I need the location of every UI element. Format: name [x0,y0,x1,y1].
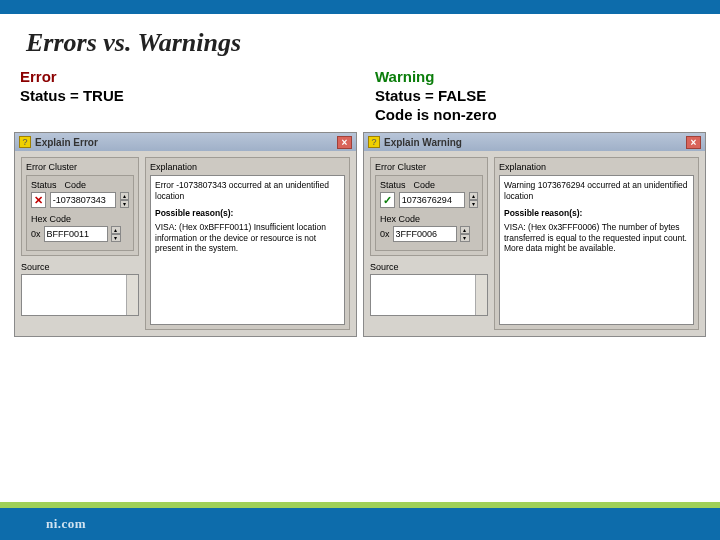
hex-code-label: Hex Code [31,214,129,224]
code-label: Code [414,180,436,190]
hex-prefix: 0x [31,229,41,239]
hex-code-field[interactable] [393,226,457,242]
source-label: Source [21,262,139,272]
status-label: Status [380,180,406,190]
source-textarea[interactable] [21,274,139,316]
possible-reasons-label: Possible reason(s): [504,208,689,219]
warning-heading-block: Warning Status = FALSE Code is non-zero [375,68,700,124]
scrollbar[interactable] [475,275,487,315]
cluster-label: Error Cluster [26,162,134,175]
window-title: Explain Warning [384,137,462,148]
explain-warning-dialog: ? Explain Warning × Error Cluster Status… [363,132,706,337]
status-indicator-error: ✕ [31,192,46,208]
chevron-up-icon[interactable]: ▴ [460,226,470,234]
left-pane: Error Cluster Status Code ✓ ▴ ▾ [370,157,488,330]
cluster-frame: Status Code ✓ ▴ ▾ Hex Code [375,175,483,251]
explanation-body: VISA: (Hex 0x3FFF0006) The number of byt… [504,222,689,254]
explanation-group: Explanation Warning 1073676294 occurred … [494,157,699,330]
error-cluster-group: Error Cluster Status Code ✕ ▴ ▾ [21,157,139,256]
hex-code-label: Hex Code [380,214,478,224]
close-icon[interactable]: × [337,136,352,149]
chevron-down-icon[interactable]: ▾ [469,200,478,208]
warning-heading-code: Code is non-zero [375,106,700,125]
window-icon: ? [19,136,31,148]
explanation-body: VISA: (Hex 0xBFFF0011) Insufficient loca… [155,222,340,254]
warning-heading-status: Status = FALSE [375,87,700,106]
chevron-up-icon[interactable]: ▴ [111,226,121,234]
chevron-down-icon[interactable]: ▾ [460,234,470,242]
dialog-body: Error Cluster Status Code ✕ ▴ ▾ [15,151,356,336]
explanation-label: Explanation [150,162,345,172]
explanation-line1: Warning 1073676294 occurred at an uniden… [504,180,689,201]
code-label: Code [65,180,87,190]
error-heading-block: Error Status = TRUE [20,68,345,124]
hex-code-field[interactable] [44,226,108,242]
error-cluster-group: Error Cluster Status Code ✓ ▴ ▾ [370,157,488,256]
status-label: Status [31,180,57,190]
hex-stepper[interactable]: ▴ ▾ [111,226,121,242]
window-title: Explain Error [35,137,98,148]
window-icon: ? [368,136,380,148]
explanation-group: Explanation Error -1073807343 occurred a… [145,157,350,330]
explanation-textarea[interactable]: Warning 1073676294 occurred at an uniden… [499,175,694,325]
code-field[interactable] [399,192,465,208]
chevron-down-icon[interactable]: ▾ [120,200,129,208]
possible-reasons-label: Possible reason(s): [155,208,340,219]
slide-title: Errors vs. Warnings [0,14,720,68]
ni-logo: ni.com [46,516,86,532]
code-stepper[interactable]: ▴ ▾ [120,192,129,208]
explanation-textarea[interactable]: Error -1073807343 occurred at an unident… [150,175,345,325]
cluster-frame: Status Code ✕ ▴ ▾ Hex Code [26,175,134,251]
dialog-row: ? Explain Error × Error Cluster Status C… [0,124,720,337]
code-stepper[interactable]: ▴ ▾ [469,192,478,208]
hex-stepper[interactable]: ▴ ▾ [460,226,470,242]
dialog-body: Error Cluster Status Code ✓ ▴ ▾ [364,151,705,336]
footer-bar: ni.com [0,502,720,540]
scrollbar[interactable] [126,275,138,315]
left-pane: Error Cluster Status Code ✕ ▴ ▾ [21,157,139,330]
heading-columns: Error Status = TRUE Warning Status = FAL… [0,68,720,124]
cluster-label: Error Cluster [375,162,483,175]
explanation-line1: Error -1073807343 occurred at an unident… [155,180,340,201]
source-textarea[interactable] [370,274,488,316]
close-icon[interactable]: × [686,136,701,149]
status-indicator-ok: ✓ [380,192,395,208]
chevron-down-icon[interactable]: ▾ [111,234,121,242]
chevron-up-icon[interactable]: ▴ [120,192,129,200]
titlebar[interactable]: ? Explain Error × [15,133,356,151]
top-accent-bar [0,0,720,14]
source-label: Source [370,262,488,272]
chevron-up-icon[interactable]: ▴ [469,192,478,200]
explanation-label: Explanation [499,162,694,172]
warning-heading-word: Warning [375,68,700,87]
hex-prefix: 0x [380,229,390,239]
titlebar[interactable]: ? Explain Warning × [364,133,705,151]
error-heading-status: Status = TRUE [20,87,345,106]
explain-error-dialog: ? Explain Error × Error Cluster Status C… [14,132,357,337]
error-heading-word: Error [20,68,345,87]
code-field[interactable] [50,192,116,208]
